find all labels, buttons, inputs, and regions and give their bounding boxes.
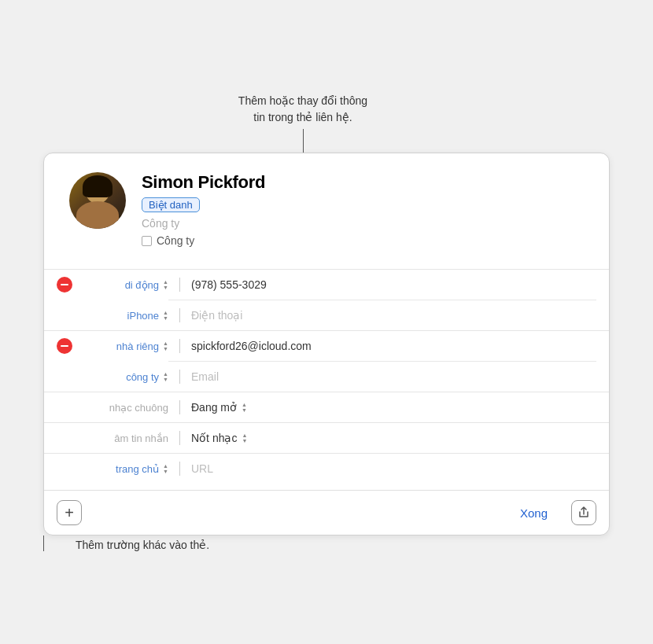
- ringtone-value[interactable]: Đang mở ▲▼: [191, 401, 596, 414]
- tooltip-bottom-wrapper: Thêm trường khác vào thẻ.: [43, 535, 610, 551]
- email1-separator: [179, 339, 180, 353]
- contact-card: Simon Pickford Biệt danh Công ty Công ty…: [43, 153, 610, 535]
- company-checkbox-row: Công ty: [142, 234, 584, 247]
- nickname-badge[interactable]: Biệt danh: [142, 197, 200, 212]
- avatar-hair: [83, 175, 113, 197]
- texttone-value[interactable]: Nốt nhạc ▲▼: [191, 432, 596, 444]
- email1-label[interactable]: nhà riêng ▲▼: [82, 340, 168, 352]
- email2-separator: [179, 370, 180, 384]
- nickname-row: Biệt danh: [142, 197, 584, 212]
- url-placeholder[interactable]: URL: [191, 462, 596, 475]
- avatar: [69, 172, 126, 229]
- share-icon: [577, 506, 590, 519]
- card-header: Simon Pickford Biệt danh Công ty Công ty: [44, 153, 609, 263]
- header-info: Simon Pickford Biệt danh Công ty Công ty: [142, 172, 584, 247]
- url-stepper[interactable]: ▲▼: [163, 463, 168, 474]
- phone1-separator: [179, 278, 180, 292]
- texttone-label: âm tin nhắn: [82, 432, 168, 444]
- phone1-stepper[interactable]: ▲▼: [163, 279, 168, 290]
- company-checkbox[interactable]: [142, 236, 152, 246]
- phone-group: di động ▲▼ (978) 555-3029 iPhone ▲▼: [44, 269, 609, 330]
- url-row: trang chủ ▲▼ URL: [44, 454, 609, 484]
- phone1-row: di động ▲▼ (978) 555-3029: [44, 270, 609, 300]
- email1-value[interactable]: spickford26@icloud.com: [191, 340, 596, 352]
- share-button[interactable]: [571, 500, 596, 525]
- outer-wrapper: Thêm hoặc thay đổi thông tin trong thẻ l…: [16, 93, 637, 551]
- phone1-value[interactable]: (978) 555-3029: [191, 278, 596, 291]
- card-footer: + Xong: [44, 490, 609, 535]
- texttone-stepper[interactable]: ▲▼: [242, 432, 247, 443]
- email-group: nhà riêng ▲▼ spickford26@icloud.com công…: [44, 330, 609, 392]
- tooltip-bottom-line: [43, 535, 44, 551]
- company-checkbox-label: Công ty: [157, 234, 194, 247]
- phone1-label[interactable]: di động ▲▼: [82, 279, 168, 291]
- url-group: trang chủ ▲▼ URL: [44, 453, 609, 484]
- remove-phone-button[interactable]: [57, 277, 72, 293]
- phone2-stepper[interactable]: ▲▼: [163, 310, 168, 321]
- ringtone-stepper[interactable]: ▲▼: [242, 402, 247, 413]
- texttone-separator: [179, 431, 180, 445]
- contact-name: Simon Pickford: [142, 172, 584, 193]
- email1-row: nhà riêng ▲▼ spickford26@icloud.com: [44, 331, 609, 361]
- done-button[interactable]: Xong: [504, 502, 563, 524]
- card-fields: di động ▲▼ (978) 555-3029 iPhone ▲▼: [44, 263, 609, 490]
- remove-email-button[interactable]: [57, 338, 72, 354]
- avatar-image: [69, 172, 126, 229]
- email2-stepper[interactable]: ▲▼: [163, 371, 168, 382]
- url-label[interactable]: trang chủ ▲▼: [82, 463, 168, 475]
- email2-placeholder[interactable]: Email: [191, 370, 596, 383]
- url-separator: [179, 462, 180, 476]
- phone2-label[interactable]: iPhone ▲▼: [82, 310, 168, 322]
- tooltip-bottom-text: Thêm trường khác vào thẻ.: [76, 539, 209, 551]
- phone2-placeholder[interactable]: Điện thoại: [191, 309, 596, 322]
- phone2-separator: [179, 308, 180, 322]
- email1-stepper[interactable]: ▲▼: [163, 340, 168, 351]
- texttone-row: âm tin nhắn Nốt nhạc ▲▼: [44, 423, 609, 453]
- email2-row: công ty ▲▼ Email: [44, 362, 609, 392]
- phone2-row: iPhone ▲▼ Điện thoại: [44, 300, 609, 330]
- ringtone-label: nhạc chuông: [82, 402, 168, 414]
- footer-right: Xong: [504, 500, 596, 525]
- ringtone-separator: [179, 400, 180, 414]
- tooltip-top-text: Thêm hoặc thay đổi thông tin trong thẻ l…: [238, 93, 367, 126]
- tooltip-top-line: [303, 129, 304, 153]
- tooltip-top-wrapper: Thêm hoặc thay đổi thông tin trong thẻ l…: [43, 93, 610, 153]
- email2-label[interactable]: công ty ▲▼: [82, 371, 168, 383]
- ringtone-row: nhạc chuông Đang mở ▲▼: [44, 392, 609, 422]
- company-placeholder[interactable]: Công ty: [142, 217, 584, 230]
- texttone-group: âm tin nhắn Nốt nhạc ▲▼: [44, 422, 609, 453]
- ringtone-group: nhạc chuông Đang mở ▲▼: [44, 392, 609, 422]
- add-field-button[interactable]: +: [57, 500, 82, 525]
